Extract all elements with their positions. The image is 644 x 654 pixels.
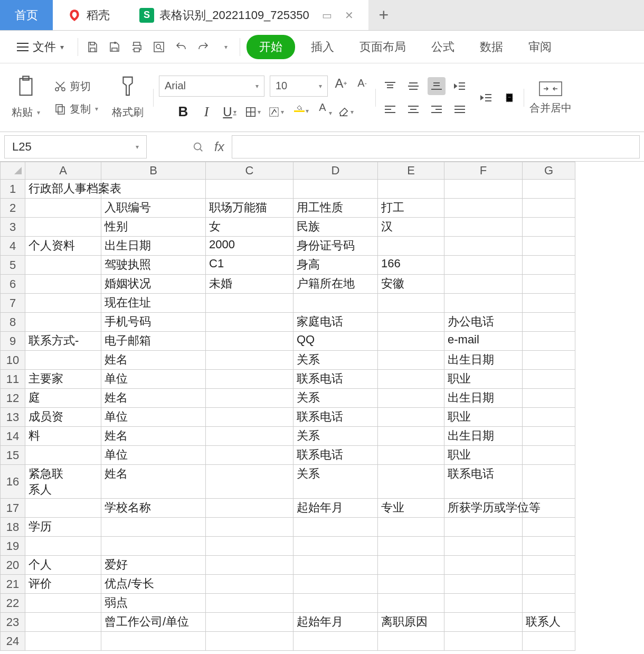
cell[interactable]: 庭 xyxy=(25,389,101,408)
cell[interactable] xyxy=(523,351,575,370)
cell[interactable]: 办公电话 xyxy=(444,313,523,332)
cell[interactable]: 起始年月 xyxy=(293,499,378,518)
cell[interactable]: 职业 xyxy=(444,408,523,427)
cell[interactable] xyxy=(523,575,575,594)
cell[interactable] xyxy=(206,446,293,465)
cell[interactable] xyxy=(378,446,444,465)
cell[interactable]: 单位 xyxy=(101,370,206,389)
cell[interactable] xyxy=(206,556,293,575)
cell[interactable]: 身高 xyxy=(293,256,378,275)
cell[interactable]: 打工 xyxy=(378,199,444,218)
cell[interactable]: 联系方式- xyxy=(25,332,101,351)
cell[interactable] xyxy=(444,256,523,275)
menu-start[interactable]: 开始 xyxy=(247,35,295,59)
cell[interactable] xyxy=(523,465,575,499)
cell[interactable]: 曾工作公司/单位 xyxy=(101,613,206,632)
cell[interactable] xyxy=(206,613,293,632)
cell[interactable] xyxy=(206,351,293,370)
cell[interactable] xyxy=(378,370,444,389)
new-tab-button[interactable]: + xyxy=(368,0,399,30)
cell[interactable] xyxy=(293,518,378,537)
col-header-E[interactable]: E xyxy=(378,162,444,180)
cell[interactable] xyxy=(206,594,293,613)
align-right-icon[interactable] xyxy=(428,100,446,118)
row-header[interactable]: 9 xyxy=(0,332,25,351)
cell[interactable] xyxy=(101,180,206,199)
col-header-A[interactable]: A xyxy=(25,162,101,180)
redo-icon[interactable] xyxy=(195,39,211,55)
cell[interactable]: 婚姻状况 xyxy=(101,275,206,294)
cell[interactable] xyxy=(206,389,293,408)
cell[interactable] xyxy=(444,575,523,594)
cell[interactable] xyxy=(25,351,101,370)
row-header[interactable]: 21 xyxy=(0,575,25,594)
cell[interactable] xyxy=(293,556,378,575)
cell[interactable] xyxy=(378,427,444,446)
cell[interactable] xyxy=(293,632,378,651)
cell[interactable] xyxy=(444,275,523,294)
print-icon[interactable] xyxy=(129,39,145,55)
cell[interactable]: 评价 xyxy=(25,575,101,594)
cell[interactable] xyxy=(378,180,444,199)
cell[interactable] xyxy=(206,499,293,518)
cell[interactable]: 爱好 xyxy=(101,556,206,575)
cell[interactable] xyxy=(444,294,523,313)
cell[interactable] xyxy=(25,294,101,313)
cell[interactable] xyxy=(444,199,523,218)
cell[interactable] xyxy=(378,332,444,351)
cell[interactable]: 关系 xyxy=(293,389,378,408)
cell[interactable] xyxy=(378,518,444,537)
cell-style-button[interactable]: ▾ xyxy=(268,104,284,120)
row-header[interactable]: 23 xyxy=(0,613,25,632)
cell[interactable] xyxy=(378,237,444,256)
file-menu[interactable]: 文件 ▾ xyxy=(10,36,71,58)
cell[interactable] xyxy=(378,351,444,370)
quick-access-more[interactable]: ▾ xyxy=(217,39,233,55)
row-header[interactable]: 16 xyxy=(0,465,25,499)
cell[interactable] xyxy=(523,537,575,556)
cell[interactable]: 关系 xyxy=(293,427,378,446)
cell[interactable]: 职业 xyxy=(444,446,523,465)
present-icon[interactable]: ▭ xyxy=(322,9,332,22)
cell[interactable] xyxy=(378,389,444,408)
cell[interactable]: 出生日期 xyxy=(444,351,523,370)
cell[interactable] xyxy=(378,556,444,575)
cell[interactable]: 驾驶执照 xyxy=(101,256,206,275)
cell[interactable] xyxy=(25,594,101,613)
cell[interactable] xyxy=(444,594,523,613)
col-header-G[interactable]: G xyxy=(523,162,575,180)
clear-format-button[interactable]: ▾ xyxy=(338,104,354,120)
save-as-icon[interactable] xyxy=(107,39,122,55)
cell[interactable]: 成员资 xyxy=(25,408,101,427)
cell[interactable]: 电子邮箱 xyxy=(101,332,206,351)
cell[interactable] xyxy=(523,594,575,613)
menu-insert[interactable]: 插入 xyxy=(301,39,344,55)
cell[interactable] xyxy=(206,332,293,351)
fx-label[interactable]: fx xyxy=(214,139,224,154)
cell[interactable] xyxy=(523,427,575,446)
cell[interactable] xyxy=(206,427,293,446)
align-left-icon[interactable] xyxy=(381,100,399,118)
row-header[interactable]: 15 xyxy=(0,446,25,465)
cell[interactable]: 联系电话 xyxy=(444,465,523,499)
cell[interactable] xyxy=(444,518,523,537)
cell[interactable] xyxy=(101,518,206,537)
cell[interactable] xyxy=(293,575,378,594)
cell[interactable] xyxy=(523,499,575,518)
row-header[interactable]: 24 xyxy=(0,632,25,651)
paste-label[interactable]: 粘贴▾ xyxy=(7,103,44,122)
cell[interactable] xyxy=(378,537,444,556)
col-header-F[interactable]: F xyxy=(444,162,523,180)
col-header-C[interactable]: C xyxy=(206,162,293,180)
cell[interactable]: QQ xyxy=(293,332,378,351)
cell[interactable]: 离职原因 xyxy=(378,613,444,632)
cell[interactable] xyxy=(523,256,575,275)
row-header[interactable]: 7 xyxy=(0,294,25,313)
cell[interactable]: 单位 xyxy=(101,446,206,465)
cell[interactable] xyxy=(523,408,575,427)
row-header[interactable]: 6 xyxy=(0,275,25,294)
cell[interactable] xyxy=(25,446,101,465)
cell[interactable]: 166 xyxy=(378,256,444,275)
bold-button[interactable]: B xyxy=(175,104,191,120)
cell[interactable] xyxy=(206,180,293,199)
